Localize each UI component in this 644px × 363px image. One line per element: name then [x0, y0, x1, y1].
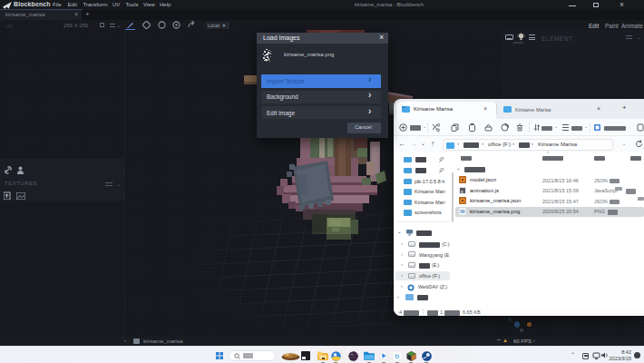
svg-text:b: b — [395, 352, 400, 360]
